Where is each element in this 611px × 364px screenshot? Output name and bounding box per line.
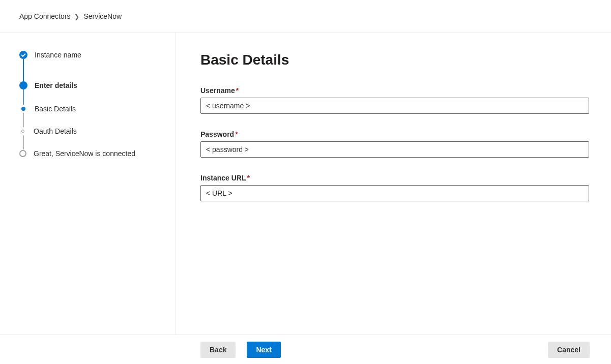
step-label: Basic Details: [35, 105, 76, 113]
required-asterisk: *: [236, 86, 239, 95]
breadcrumb-current: ServiceNow: [83, 12, 122, 20]
required-asterisk: *: [247, 174, 249, 182]
step-label: Enter details: [35, 81, 77, 89]
circle-small-filled-icon: [21, 107, 25, 111]
form-group-instance-url: Instance URL*: [200, 174, 590, 201]
required-asterisk: *: [235, 130, 238, 138]
main-panel: Basic Details Username* Password* Instan…: [176, 33, 611, 335]
username-label: Username*: [200, 86, 590, 95]
circle-filled-icon: [19, 81, 27, 89]
checkmark-icon: [19, 51, 27, 59]
footer-bar: Back Next Cancel: [0, 335, 611, 364]
step-connector: [23, 113, 24, 127]
instance-url-input[interactable]: [200, 185, 589, 201]
back-button[interactable]: Back: [200, 342, 236, 358]
step-connected[interactable]: Great, ServiceNow is connected: [19, 149, 176, 158]
username-input[interactable]: [200, 98, 589, 114]
circle-outline-icon: [19, 150, 26, 157]
step-instance-name[interactable]: Instance name: [19, 51, 176, 59]
breadcrumb: App Connectors ❯ ServiceNow: [0, 0, 611, 33]
password-input[interactable]: [200, 141, 589, 158]
step-label: Oauth Details: [34, 127, 77, 135]
next-button[interactable]: Next: [247, 342, 280, 358]
page-title: Basic Details: [200, 52, 590, 68]
wizard-sidebar: Instance name Enter details Basic Detail…: [0, 33, 176, 335]
content-area: Instance name Enter details Basic Detail…: [0, 33, 611, 335]
cancel-button[interactable]: Cancel: [548, 342, 590, 358]
instance-url-label: Instance URL*: [200, 174, 590, 182]
step-connector: [23, 59, 24, 81]
breadcrumb-parent[interactable]: App Connectors: [19, 12, 70, 20]
circle-small-outline-icon: [21, 130, 24, 133]
step-connector: [23, 89, 24, 105]
password-label: Password*: [200, 130, 590, 138]
step-enter-details[interactable]: Enter details: [19, 81, 176, 89]
chevron-right-icon: ❯: [74, 13, 79, 20]
step-connector: [23, 135, 24, 149]
form-group-password: Password*: [200, 130, 590, 158]
step-label: Great, ServiceNow is connected: [34, 149, 135, 158]
form-group-username: Username*: [200, 86, 590, 114]
step-label: Instance name: [35, 51, 81, 59]
substep-basic-details[interactable]: Basic Details: [19, 105, 176, 113]
substep-oauth-details[interactable]: Oauth Details: [19, 127, 176, 135]
